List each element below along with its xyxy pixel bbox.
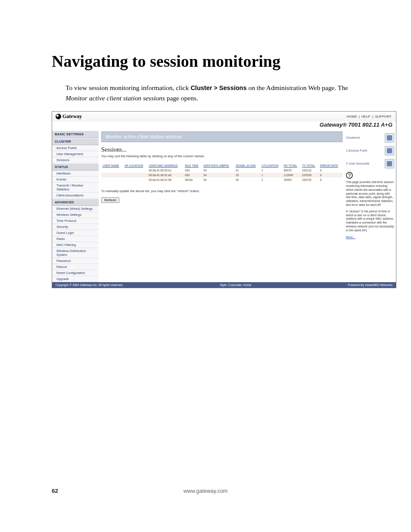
nav-section-advanced[interactable]: ADVANCED <box>52 199 99 206</box>
brand-text: Gateway <box>62 113 82 120</box>
nav-item[interactable]: Radio <box>52 236 99 242</box>
stat-icon <box>385 159 394 168</box>
main-panel: Monitor active client station sessions S… <box>99 131 344 251</box>
nav-section-basic[interactable]: BASIC SETTINGS <box>52 131 99 138</box>
nav-item[interactable]: Events <box>52 177 99 183</box>
table-cell <box>101 177 123 182</box>
nav-item[interactable]: Wireless Settings <box>52 212 99 218</box>
nav-item[interactable]: Upgrade <box>52 276 99 282</box>
table-header[interactable]: IDLE TIME <box>184 163 202 168</box>
table-cell <box>101 168 123 173</box>
stat-row: Clustered <box>346 133 394 143</box>
stat-row: 1 Access Point <box>346 146 394 156</box>
nav-item[interactable]: Client Associations <box>52 193 99 199</box>
panel-heading: Monitor active client station sessions <box>101 131 342 142</box>
gateway-orb-icon <box>56 114 61 119</box>
table-cell: 0 <box>319 177 342 182</box>
refresh-hint: To manually update the above list, you m… <box>101 189 342 193</box>
table-cell <box>123 177 147 182</box>
table-cell: 650 <box>184 173 202 177</box>
stat-label: 1 Access Point <box>346 149 383 153</box>
refresh-button[interactable]: Refresh <box>101 197 119 203</box>
table-header[interactable]: SIGNAL (0-100) <box>234 163 260 168</box>
stat-label: Clustered <box>346 136 383 140</box>
top-links: Home | Help | Support <box>346 115 393 118</box>
stat-icon <box>385 133 394 143</box>
nav-item[interactable]: Transmit / Receive Statistics <box>52 183 99 193</box>
table-header[interactable]: ERROR RATE <box>319 163 342 168</box>
nav-section-cluster[interactable]: CLUSTER <box>52 138 99 145</box>
nav-item[interactable]: User Management <box>52 151 99 157</box>
table-cell: 0 <box>319 168 342 173</box>
home-link[interactable]: Home <box>347 115 357 118</box>
nav-item[interactable]: Password <box>52 258 99 264</box>
table-row: 00:0a:41:00:03:b143054411804762421220 <box>101 168 342 173</box>
table-header[interactable]: USER MAC ADDRESS <box>147 163 184 168</box>
table-cell: 430 <box>184 168 202 173</box>
nav-item[interactable]: Access Points <box>52 145 99 151</box>
table-cell <box>101 173 123 177</box>
table-cell: 1 <box>260 168 283 173</box>
table-header[interactable]: TX TOTAL <box>301 163 319 168</box>
table-header[interactable]: USER NAME <box>101 163 123 168</box>
nav-item[interactable]: Reboot <box>52 264 99 270</box>
nav-item[interactable]: MAC Filtering <box>52 242 99 248</box>
more-link[interactable]: More... <box>346 235 394 239</box>
table-cell: 00:0a:41:00:01:a0 <box>147 173 184 177</box>
table-header[interactable]: UTILIZATION <box>260 163 283 168</box>
page-footer-url: www.gateway.com <box>52 488 359 494</box>
nav-item[interactable]: Security <box>52 224 99 230</box>
table-cell: 41 <box>234 168 260 173</box>
nav-item[interactable]: Wireless Distribution System <box>52 248 99 258</box>
nav-item[interactable]: Guest Login <box>52 230 99 236</box>
table-cell: 45 <box>234 177 260 182</box>
support-link[interactable]: Support <box>375 115 392 118</box>
sort-hint: You may sort the following table by clic… <box>101 154 342 158</box>
app-screenshot: Gateway Home | Help | Support Gateway® 7… <box>52 111 396 288</box>
table-cell: 98160 <box>184 177 202 182</box>
help-link[interactable]: Help <box>361 115 371 118</box>
table-cell: 1 <box>260 173 283 177</box>
product-line: Gateway® 7001 802.11 A+G <box>52 121 396 131</box>
nav-item[interactable]: Time Protocol <box>52 218 99 224</box>
table-cell: 242122 <box>301 168 319 173</box>
sessions-heading: Sessions... <box>101 146 342 153</box>
stat-icon <box>385 146 394 156</box>
table-header[interactable]: AP LOCATION <box>123 163 147 168</box>
left-nav: BASIC SETTINGS CLUSTER Access PointsUser… <box>52 131 99 282</box>
intro-pre: To view session monitoring information, … <box>65 84 190 91</box>
table-cell: 29 <box>234 173 260 177</box>
table-cell: 229109 <box>301 173 319 177</box>
nav-item[interactable]: Reset Configuration <box>52 270 99 276</box>
table-cell: 1 <box>260 177 283 182</box>
table-header[interactable]: RX TOTAL <box>283 163 301 168</box>
stat-label: 2 User Accounts <box>346 162 383 166</box>
footer-style: Style: Corporate, Home <box>220 283 251 286</box>
sessions-table: USER NAMEAP LOCATIONUSER MAC ADDRESSIDLE… <box>101 163 342 182</box>
nav-item[interactable]: Sessions <box>52 157 99 163</box>
nav-item[interactable]: Interfaces <box>52 171 99 177</box>
intro-italic: Monitor active client station sessions <box>65 94 165 102</box>
help-session-text: A "session" is the period of time in whi… <box>346 210 394 233</box>
help-icon[interactable]: ? <box>346 172 353 179</box>
footer-powered: Powered By Instant802 Networks <box>348 283 393 286</box>
intro-post: page opens. <box>167 94 198 102</box>
footer-copyright: Copyright © 2004 Gateway Inc. All rights… <box>56 283 123 286</box>
nav-section-status[interactable]: STATUS <box>52 163 99 171</box>
intro-paragraph: To view session monitoring information, … <box>65 83 359 103</box>
intro-mid: on the Administration Web page. The <box>248 84 348 91</box>
screenshot-footer: Copyright © 2004 Gateway Inc. All rights… <box>52 282 396 288</box>
help-intro-text: This page provides real-time session mon… <box>346 180 394 207</box>
table-cell <box>123 168 147 173</box>
table-row: 00:0a:41:00:01:089816054451394652347320 <box>101 177 342 182</box>
table-cell: 80476 <box>283 168 301 173</box>
table-cell: 00:0a:41:00:01:08 <box>147 177 184 182</box>
table-cell: 54 <box>202 177 234 182</box>
table-cell: 0 <box>319 173 342 177</box>
table-cell: 54 <box>202 173 234 177</box>
table-cell <box>123 173 147 177</box>
brand-logo: Gateway <box>56 113 82 120</box>
screenshot-header: Gateway Home | Help | Support <box>52 112 396 121</box>
table-header[interactable]: DATA RATE (MBPS) <box>202 163 234 168</box>
nav-item[interactable]: Ethernet (Wired) Settings <box>52 206 99 212</box>
